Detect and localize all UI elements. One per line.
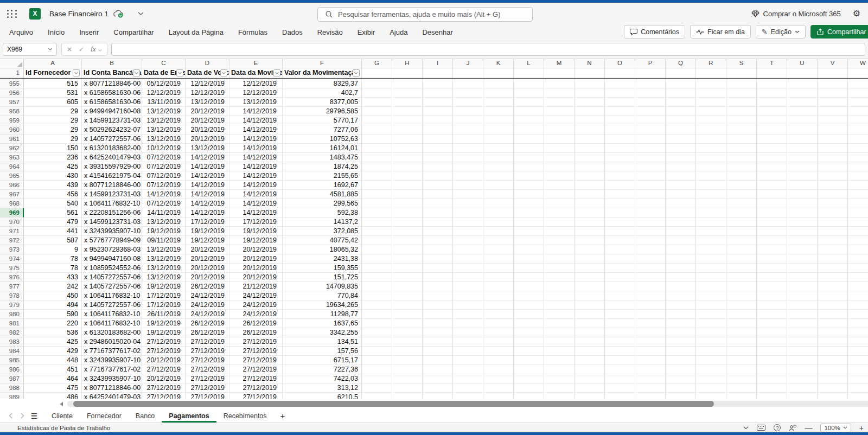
row-header-980[interactable]: 980 bbox=[0, 310, 24, 319]
cell[interactable]: 24/12/2019 bbox=[186, 310, 229, 319]
menu-dados[interactable]: Dados bbox=[282, 28, 303, 36]
row-header-959[interactable]: 959 bbox=[0, 116, 24, 125]
cell[interactable]: 540 bbox=[24, 199, 82, 208]
cell[interactable]: x 94994947160-08 bbox=[82, 254, 142, 264]
cell[interactable]: 27/12/2019 bbox=[229, 337, 283, 347]
cell[interactable]: 13/12/2019 bbox=[142, 107, 186, 116]
cell[interactable]: 20/12/2019 bbox=[229, 264, 283, 273]
cell[interactable]: 429 bbox=[24, 347, 82, 356]
cell[interactable]: 14/12/2019 bbox=[229, 208, 283, 218]
header-cell-data-da-movimentacao[interactable]: Data da Movimentação bbox=[229, 68, 283, 78]
cell[interactable]: 27/12/2019 bbox=[142, 347, 186, 356]
cell[interactable]: 20/12/2019 bbox=[186, 273, 229, 282]
status-chevron-down-icon[interactable] bbox=[743, 426, 749, 430]
sheet-tab-cliente[interactable]: Cliente bbox=[44, 409, 80, 423]
cell[interactable]: 14/12/2019 bbox=[186, 199, 229, 208]
row-header-963[interactable]: 963 bbox=[0, 153, 24, 162]
cell[interactable]: 14/12/2019 bbox=[186, 162, 229, 171]
cell[interactable]: 456 bbox=[24, 190, 82, 199]
all-sheets-menu-icon[interactable]: ☰ bbox=[28, 409, 40, 423]
filter-button[interactable] bbox=[220, 69, 227, 76]
cell[interactable]: 27/12/2019 bbox=[229, 356, 283, 365]
cell[interactable]: 14/12/2019 bbox=[186, 153, 229, 162]
cell[interactable]: 451 bbox=[24, 365, 82, 374]
cell[interactable]: 27/12/2019 bbox=[186, 374, 229, 383]
cell[interactable]: 21/12/2019 bbox=[229, 282, 283, 291]
cell[interactable]: 16124,01 bbox=[283, 144, 362, 153]
cell[interactable]: 486 bbox=[24, 393, 82, 399]
cell[interactable]: 13/12/2019 bbox=[142, 125, 186, 135]
column-header-q[interactable]: Q bbox=[666, 59, 696, 68]
cell[interactable]: 19/12/2019 bbox=[142, 328, 186, 337]
cell[interactable]: x 61320183682-00 bbox=[82, 144, 142, 153]
cell[interactable]: 242 bbox=[24, 282, 82, 291]
cell[interactable]: 27/12/2019 bbox=[186, 383, 229, 393]
cell[interactable]: 14/12/2019 bbox=[229, 125, 283, 135]
cell[interactable]: 299,565 bbox=[283, 199, 362, 208]
filter-button[interactable] bbox=[273, 69, 280, 76]
filter-button[interactable] bbox=[133, 69, 140, 76]
cell[interactable]: 24/12/2019 bbox=[186, 300, 229, 310]
cell[interactable]: x 10859524552-06 bbox=[82, 264, 142, 273]
cell[interactable]: 26/12/2019 bbox=[186, 319, 229, 328]
cell[interactable]: 29796,585 bbox=[283, 107, 362, 116]
cell[interactable]: 19/12/2019 bbox=[229, 236, 283, 245]
column-header-u[interactable]: U bbox=[787, 59, 818, 68]
formula-input[interactable] bbox=[111, 43, 865, 56]
name-box-chevron-icon[interactable] bbox=[48, 48, 53, 50]
cell[interactable]: x 14599123731-03 bbox=[82, 116, 142, 125]
cell[interactable]: 8377,005 bbox=[283, 98, 362, 107]
cell[interactable]: 4581,885 bbox=[283, 190, 362, 199]
cell[interactable]: 26/12/2019 bbox=[186, 282, 229, 291]
row-header-979[interactable]: 979 bbox=[0, 300, 24, 310]
cell[interactable]: 27/12/2019 bbox=[142, 337, 186, 347]
row-header-975[interactable]: 975 bbox=[0, 264, 24, 273]
cell[interactable]: 236 bbox=[24, 153, 82, 162]
column-header-c[interactable]: C bbox=[142, 59, 186, 68]
cell[interactable]: 19/12/2019 bbox=[186, 236, 229, 245]
cell[interactable]: 20/12/2019 bbox=[186, 254, 229, 264]
row-header-973[interactable]: 973 bbox=[0, 245, 24, 254]
cell[interactable]: 17/12/2019 bbox=[142, 300, 186, 310]
cell[interactable]: 13/12/2019 bbox=[186, 144, 229, 153]
keyboard-shortcuts-icon[interactable] bbox=[757, 425, 765, 431]
cell[interactable]: 14/12/2019 bbox=[229, 190, 283, 199]
cell[interactable]: x 95230728368-03 bbox=[82, 245, 142, 254]
cell[interactable]: 13/12/2019 bbox=[142, 218, 186, 227]
cell[interactable]: 433 bbox=[24, 273, 82, 282]
cell[interactable]: 24/12/2019 bbox=[229, 291, 283, 300]
name-box[interactable]: X969 bbox=[3, 43, 57, 56]
cell[interactable]: 1483,475 bbox=[283, 153, 362, 162]
column-header-d[interactable]: D bbox=[186, 59, 229, 68]
header-cell-id-conta-bancaria[interactable]: Id Conta Bancária bbox=[82, 68, 142, 78]
cell[interactable]: 20/12/2019 bbox=[142, 356, 186, 365]
cell[interactable]: 12/12/2019 bbox=[142, 88, 186, 98]
cell[interactable]: x 22208151256-06 bbox=[82, 208, 142, 218]
cell[interactable]: 450 bbox=[24, 291, 82, 300]
column-header-k[interactable]: K bbox=[483, 59, 514, 68]
cell[interactable]: 27/12/2019 bbox=[186, 393, 229, 399]
column-header-w[interactable]: W bbox=[848, 59, 868, 68]
add-sheet-button[interactable]: + bbox=[274, 409, 292, 423]
cell[interactable]: x 64252401479-03 bbox=[82, 153, 142, 162]
cell[interactable]: 7422,03 bbox=[283, 374, 362, 383]
cell[interactable]: 536 bbox=[24, 328, 82, 337]
menu-revisao[interactable]: Revisão bbox=[317, 28, 343, 36]
cell[interactable]: 464 bbox=[24, 374, 82, 383]
cell[interactable]: 12/12/2019 bbox=[186, 79, 229, 88]
header-cell-data-de-emissao[interactable]: Data de Emissão bbox=[142, 68, 186, 78]
row-header-964[interactable]: 964 bbox=[0, 162, 24, 171]
column-header-t[interactable]: T bbox=[757, 59, 787, 68]
row-header-971[interactable]: 971 bbox=[0, 227, 24, 236]
cell[interactable]: 20/12/2019 bbox=[186, 125, 229, 135]
cancel-icon[interactable]: ✕ bbox=[67, 46, 72, 53]
cell[interactable]: 9 bbox=[24, 245, 82, 254]
menu-ajuda[interactable]: Ajuda bbox=[390, 28, 407, 36]
column-header-e[interactable]: E bbox=[229, 59, 283, 68]
cell[interactable]: x 77167377617-02 bbox=[82, 347, 142, 356]
cell[interactable]: 20/12/2019 bbox=[229, 273, 283, 282]
cell[interactable]: x 14057272557-06 bbox=[82, 282, 142, 291]
cell[interactable]: 27/12/2019 bbox=[229, 365, 283, 374]
cell[interactable]: 590 bbox=[24, 310, 82, 319]
cell[interactable]: x 14057272557-06 bbox=[82, 273, 142, 282]
